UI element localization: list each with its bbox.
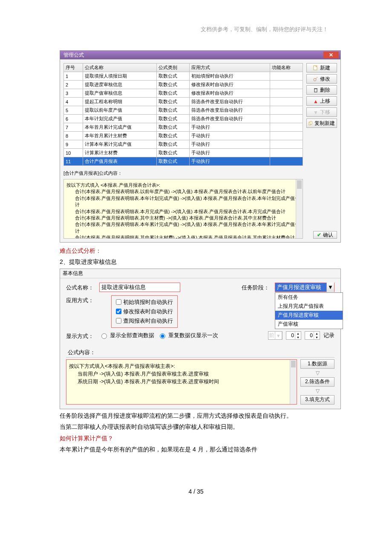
table-row[interactable]: 8本年首月累计主材费取数公式手动执行 bbox=[64, 132, 303, 140]
edit-label: 修改 bbox=[320, 75, 330, 83]
table-cell: 取数公式 bbox=[156, 98, 189, 106]
delete-button[interactable]: 删除 bbox=[306, 85, 337, 95]
close-icon[interactable]: ✕ bbox=[323, 52, 339, 58]
arrow-up-icon: ▲ bbox=[313, 98, 318, 104]
checkbox-label: 修改报表时自动执行 bbox=[123, 308, 173, 315]
table-row[interactable]: 7本年首月累计完成产值取数公式手动执行 bbox=[64, 123, 303, 132]
table-cell: 6 bbox=[64, 115, 83, 123]
detail-line: 合计(本报表.产值月报表明细表.本月完成产值) ->(填入值) 本报表.产值月报… bbox=[66, 208, 300, 215]
count1-spinner[interactable]: ▲▼ bbox=[286, 331, 301, 340]
table-cell: 提起工程名称明细 bbox=[83, 98, 157, 106]
table-cell: 取数公式 bbox=[156, 123, 189, 132]
table-cell: 9 bbox=[64, 140, 83, 149]
arrow-down-icon: ▼ bbox=[313, 110, 318, 115]
copy-icon bbox=[308, 121, 313, 126]
copy-new-button[interactable]: 复制新建 bbox=[306, 119, 337, 128]
record-suffix: 记录 bbox=[323, 332, 334, 339]
table-row[interactable]: 9计算本年累计完成产值取数公式手动执行 bbox=[64, 140, 303, 149]
up-icon[interactable]: ▲ bbox=[314, 332, 320, 335]
scrollbar[interactable] bbox=[290, 360, 297, 404]
table-cell bbox=[270, 149, 303, 157]
table-cell: 取数公式 bbox=[156, 106, 189, 115]
basic-info-panel: 基本信息 公式名称： 任务阶段： 产值月报进度审核 ▼ 所有任务上报月完成产值报… bbox=[60, 269, 341, 409]
data-source-label: 1.数据源 bbox=[308, 360, 327, 367]
count2-input[interactable] bbox=[305, 332, 314, 338]
svg-rect-6 bbox=[310, 121, 312, 124]
table-row[interactable]: 2提取进度审核信息取数公式修改报表时自动执行 bbox=[64, 81, 303, 89]
task-stage-combo[interactable]: 产值月报进度审核 ▼ 所有任务上报月完成产值报表产值月报进度审核产值审核 bbox=[275, 283, 334, 292]
chevron-down-icon[interactable]: ▼ bbox=[326, 283, 334, 292]
table-cell: 合计产值月报表 bbox=[83, 157, 157, 166]
data-source-button[interactable]: 1.数据源 bbox=[300, 359, 334, 369]
table-cell: 2 bbox=[64, 81, 83, 89]
table-cell: 筛选条件改变后自动执行 bbox=[190, 115, 270, 123]
table-row[interactable]: 11合计产值月报表取数公式手动执行 bbox=[64, 157, 303, 166]
header-note: 文档供参考，可复制、编制，期待您的好评与关注！ bbox=[60, 26, 332, 33]
table-cell bbox=[270, 132, 303, 140]
table-cell: 取数公式 bbox=[156, 72, 189, 81]
table-cell: 取数公式 bbox=[156, 115, 189, 123]
table-row[interactable]: 3提取产值审核信息取数公式修改报表时自动执行 bbox=[64, 89, 303, 98]
table-cell: 提取产值审核信息 bbox=[83, 89, 157, 98]
manage-formula-window: 管理公式 ✕ 序号公式名称公式类别应用方式功能名称 1提取填报人填报日期取数公式… bbox=[60, 50, 341, 243]
table-row[interactable]: 4提起工程名称明细取数公式筛选条件改变后自动执行 bbox=[64, 98, 303, 106]
combo-option[interactable]: 产值月报进度审核 bbox=[275, 311, 343, 320]
fill-mode-label: 3.填充方式 bbox=[305, 396, 330, 403]
prefix-spinner[interactable]: 前 ▾ bbox=[268, 331, 282, 340]
new-icon bbox=[313, 65, 318, 70]
confirm-button[interactable]: ✔ 确认 bbox=[313, 231, 337, 239]
table-cell: 取数公式 bbox=[156, 140, 189, 149]
detail-label: [合计产值月报表]公式内容： bbox=[63, 170, 303, 176]
column-header[interactable]: 序号 bbox=[64, 64, 83, 72]
table-row[interactable]: 6本年计划完成产值取数公式筛选条件改变后自动执行 bbox=[64, 115, 303, 123]
apply-mode-check[interactable]: 修改报表时自动执行 bbox=[116, 307, 173, 316]
calc-body: 本年累计产值是今年所有的产值的和，如果现在是 4 月，那么通过筛选条件 bbox=[60, 445, 332, 454]
combo-option[interactable]: 产值审核 bbox=[275, 320, 343, 329]
edit-button[interactable]: 修改 bbox=[306, 74, 337, 84]
count2-spinner[interactable]: ▲▼ bbox=[305, 331, 320, 340]
chevron-down-icon: ▾ bbox=[275, 332, 282, 339]
new-button[interactable]: 新建 bbox=[306, 63, 337, 72]
table-cell: 4 bbox=[64, 98, 83, 106]
fill-mode-button[interactable]: 3.填充方式 bbox=[300, 395, 334, 405]
table-cell: 本年计划完成产值 bbox=[83, 115, 157, 123]
checkbox[interactable] bbox=[116, 299, 121, 305]
up-icon[interactable]: ▲ bbox=[295, 332, 301, 335]
content-intro: 按以下方式填入<本报表.月产值报表审核主表>: bbox=[69, 362, 294, 370]
checkbox[interactable] bbox=[116, 318, 121, 324]
display-all-radio[interactable]: 显示全部查询数据 bbox=[99, 332, 154, 339]
down-icon[interactable]: ▼ bbox=[295, 335, 301, 339]
down-icon[interactable]: ▼ bbox=[314, 335, 320, 339]
column-header[interactable]: 公式类别 bbox=[156, 64, 189, 72]
content-line: 系统日期 ->(填入值) 本报表.月产值报表审核主表.进度审核时间 bbox=[69, 378, 294, 385]
edit-icon bbox=[313, 76, 318, 81]
checkbox[interactable] bbox=[116, 309, 121, 314]
column-header[interactable]: 公式名称 bbox=[83, 64, 157, 72]
table-row[interactable]: 5提取以前年度产值取数公式筛选条件改变后自动执行 bbox=[64, 106, 303, 115]
arrow-down-icon: ▽ bbox=[316, 370, 320, 376]
formula-name-input[interactable] bbox=[99, 283, 180, 292]
filter-button[interactable]: 2.筛选条件 bbox=[300, 377, 334, 387]
apply-mode-check[interactable]: 查阅报表时自动执行 bbox=[116, 316, 173, 326]
table-row[interactable]: 10计算累计主材费取数公式手动执行 bbox=[64, 149, 303, 157]
move-up-button[interactable]: ▲ 上移 bbox=[306, 96, 337, 106]
task-stage-value: 产值月报进度审核 bbox=[275, 283, 326, 292]
display-dedup-radio[interactable]: 重复数据仅显示一次 bbox=[158, 332, 218, 339]
column-header[interactable]: 应用方式 bbox=[190, 64, 270, 72]
scrollbar[interactable] bbox=[296, 179, 303, 238]
table-row[interactable]: 1提取填报人填报日期取数公式初始填报时自动执行 bbox=[64, 72, 303, 81]
instr-line1: 任务阶段选择产值月报进度审核即流程的第二步骤，应用方式选择修改报表是自动执行。 bbox=[60, 411, 332, 420]
table-cell: 取数公式 bbox=[156, 157, 189, 166]
table-cell: 手动执行 bbox=[190, 140, 270, 149]
table-cell: 11 bbox=[64, 157, 83, 166]
table-cell: 提取填报人填报日期 bbox=[83, 72, 157, 81]
table-cell bbox=[270, 140, 303, 149]
move-down-button: ▼ 下移 bbox=[306, 107, 337, 117]
count1-input[interactable] bbox=[286, 332, 295, 338]
combo-option[interactable]: 上报月完成产值报表 bbox=[275, 302, 343, 311]
task-stage-dropdown[interactable]: 所有任务上报月完成产值报表产值月报进度审核产值审核 bbox=[275, 292, 343, 329]
apply-mode-check[interactable]: 初始填报时自动执行 bbox=[116, 298, 173, 307]
column-header[interactable]: 功能名称 bbox=[270, 64, 303, 72]
formula-table[interactable]: 序号公式名称公式类别应用方式功能名称 1提取填报人填报日期取数公式初始填报时自动… bbox=[63, 63, 303, 166]
combo-option[interactable]: 所有任务 bbox=[275, 293, 343, 302]
